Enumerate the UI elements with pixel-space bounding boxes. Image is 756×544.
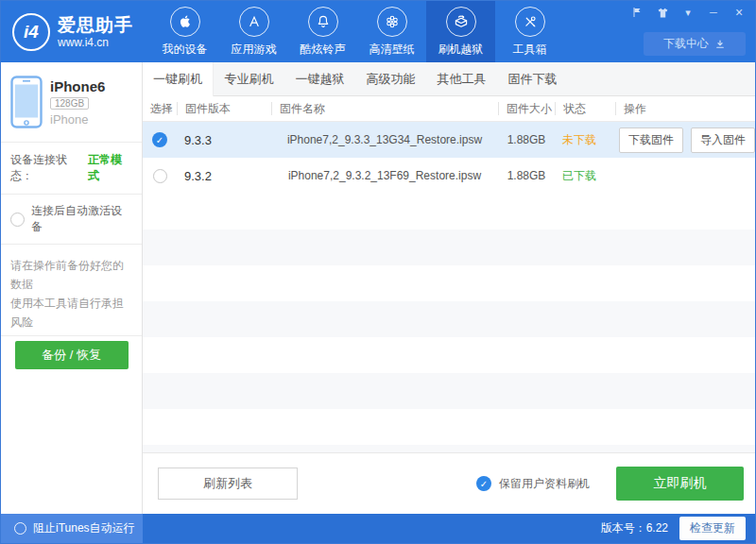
nav-label: 应用游戏	[232, 42, 277, 58]
nav-item-flash-jailbreak[interactable]: 刷机越狱	[426, 1, 495, 62]
sidebar: iPhone6 128GB iPhone 设备连接状态：正常模式 连接后自动激活…	[1, 62, 143, 514]
auto-activate-checkbox[interactable]	[10, 212, 25, 227]
empty-row	[143, 301, 755, 337]
flower-icon	[377, 7, 407, 37]
close-icon[interactable]: ×	[732, 6, 746, 19]
column-header-firmware-size: 固件大小	[498, 102, 555, 115]
apple-icon	[170, 7, 200, 37]
block-itunes-label: 阻止iTunes自动运行	[33, 520, 135, 536]
nav-label: 刷机越狱	[438, 42, 484, 58]
empty-row	[143, 337, 755, 373]
nav-item-my-device[interactable]: 我的设备	[150, 1, 219, 62]
nav-item-toolbox[interactable]: 工具箱	[495, 1, 564, 62]
bell-icon	[308, 7, 338, 37]
nav-item-apps-games[interactable]: 应用游戏	[219, 1, 288, 62]
auto-activate-option[interactable]: 连接后自动激活设备	[1, 195, 142, 245]
table-header: 选择 固件版本 固件名称 固件大小 状态 操作	[143, 96, 755, 122]
warning-text-line1: 请在操作前备份好您的数据	[10, 256, 132, 294]
tab-one-key-jailbreak[interactable]: 一键越狱	[284, 62, 355, 95]
refresh-list-button[interactable]: 刷新列表	[158, 468, 298, 500]
i4-logo-icon: i4	[12, 13, 50, 51]
version-number: 版本号：6.22	[601, 520, 668, 536]
theme-shirt-icon[interactable]	[656, 6, 669, 19]
appstore-icon	[239, 7, 269, 37]
download-center-label: 下载中心	[663, 36, 709, 52]
empty-row	[143, 265, 755, 301]
block-itunes-checkbox[interactable]	[14, 522, 26, 535]
tab-one-key-flash[interactable]: 一键刷机	[143, 62, 214, 96]
tools-icon	[515, 7, 545, 37]
block-itunes-option[interactable]: 阻止iTunes自动运行	[1, 514, 143, 543]
table-row-firmware-933[interactable]: ✓ 9.3.3 iPhone7,2_9.3.3_13G34_Restore.ip…	[143, 122, 755, 158]
tab-advanced-features[interactable]: 高级功能	[355, 62, 426, 95]
connection-status: 设备连接状态：正常模式	[1, 143, 142, 195]
app-url: www.i4.cn	[58, 36, 133, 49]
download-icon	[714, 39, 726, 50]
device-info-panel: iPhone6 128GB iPhone	[1, 62, 142, 143]
sidebar-empty-area	[1, 336, 142, 514]
menu-chevron-icon[interactable]: ▾	[681, 6, 695, 19]
firmware-table: ✓ 9.3.3 iPhone7,2_9.3.3_13G34_Restore.ip…	[143, 122, 755, 452]
window-controls: ▾ ─ ×	[630, 6, 746, 19]
warning-text-line2: 使用本工具请自行承担风险	[10, 294, 132, 332]
app-logo: i4 爱思助手 www.i4.cn	[1, 13, 143, 51]
table-row-firmware-932[interactable]: 9.3.2 iPhone7,2_9.3.2_13F69_Restore.ipsw…	[143, 158, 755, 194]
nav-label: 工具箱	[513, 42, 547, 58]
firmware-version: 9.3.2	[177, 169, 271, 183]
empty-row	[143, 445, 755, 452]
nav-item-ringtones[interactable]: 酷炫铃声	[288, 1, 357, 62]
firmware-size: 1.88GB	[498, 169, 555, 182]
firmware-name: iPhone7,2_9.3.2_13F69_Restore.ipsw	[271, 169, 498, 182]
column-header-status: 状态	[555, 102, 615, 115]
nav-item-wallpapers[interactable]: 高清壁纸	[357, 1, 426, 62]
firmware-size: 1.88GB	[498, 133, 555, 146]
nav-label: 酷炫铃声	[301, 42, 346, 58]
tab-bar: 一键刷机 专业刷机 一键越狱 高级功能 其他工具 固件下载	[143, 62, 755, 96]
connection-status-label: 设备连接状态：	[10, 152, 88, 184]
tab-pro-flash[interactable]: 专业刷机	[214, 62, 284, 95]
column-header-firmware-version: 固件版本	[177, 102, 271, 115]
import-firmware-button[interactable]: 导入固件	[691, 128, 755, 153]
download-firmware-button[interactable]: 下载固件	[619, 128, 683, 153]
download-center-button[interactable]: 下载中心	[644, 32, 746, 56]
jailbreak-box-icon	[446, 7, 476, 37]
empty-row	[143, 409, 755, 445]
firmware-status: 已下载	[555, 168, 615, 184]
keep-user-data-label: 保留用户资料刷机	[499, 476, 590, 492]
header: i4 爱思助手 www.i4.cn 我的设备 应用游戏	[1, 1, 755, 62]
auto-activate-label: 连接后自动激活设备	[31, 203, 132, 235]
device-model: iPhone	[50, 112, 105, 127]
connection-status-value: 正常模式	[88, 152, 132, 184]
app-window: i4 爱思助手 www.i4.cn 我的设备 应用游戏	[0, 0, 756, 544]
backup-warning-panel: 请在操作前备份好您的数据 使用本工具请自行承担风险 备份 / 恢复	[1, 245, 142, 336]
empty-row	[143, 230, 755, 265]
nav-label: 我的设备	[163, 42, 208, 58]
firmware-name: iPhone7,2_9.3.3_13G34_Restore.ipsw	[271, 133, 498, 146]
main-panel: 一键刷机 专业刷机 一键越狱 高级功能 其他工具 固件下载 选择 固件版本 固件…	[143, 62, 755, 514]
feedback-flag-icon[interactable]	[630, 6, 644, 19]
minimize-icon[interactable]: ─	[707, 6, 720, 19]
firmware-status: 未下载	[555, 132, 615, 148]
empty-row	[143, 373, 755, 409]
nav-label: 高清壁纸	[369, 42, 415, 58]
firmware-version: 9.3.3	[177, 133, 271, 147]
device-name: iPhone6	[50, 78, 105, 94]
check-update-button[interactable]: 检查更新	[679, 517, 746, 540]
tab-firmware-download[interactable]: 固件下载	[497, 62, 568, 95]
body: iPhone6 128GB iPhone 设备连接状态：正常模式 连接后自动激活…	[1, 62, 755, 514]
column-header-operations: 操作	[615, 102, 755, 115]
empty-row	[143, 194, 755, 230]
column-header-firmware-name: 固件名称	[271, 102, 498, 115]
column-header-select: 选择	[143, 102, 177, 115]
row-radio-checked[interactable]: ✓	[152, 132, 167, 147]
iphone-device-icon	[10, 76, 43, 128]
main-nav: 我的设备 应用游戏 酷炫铃声 高清壁纸	[150, 1, 564, 62]
device-capacity-badge: 128GB	[50, 97, 89, 110]
row-radio-unchecked[interactable]	[153, 169, 167, 183]
status-bar: 阻止iTunes自动运行 版本号：6.22 检查更新	[1, 514, 755, 543]
action-bar: 刷新列表 ✓ 保留用户资料刷机 立即刷机	[143, 452, 755, 514]
app-title: 爱思助手	[58, 15, 133, 36]
keep-user-data-checkbox[interactable]: ✓	[476, 476, 491, 491]
flash-now-button[interactable]: 立即刷机	[616, 467, 744, 501]
tab-other-tools[interactable]: 其他工具	[426, 62, 497, 95]
